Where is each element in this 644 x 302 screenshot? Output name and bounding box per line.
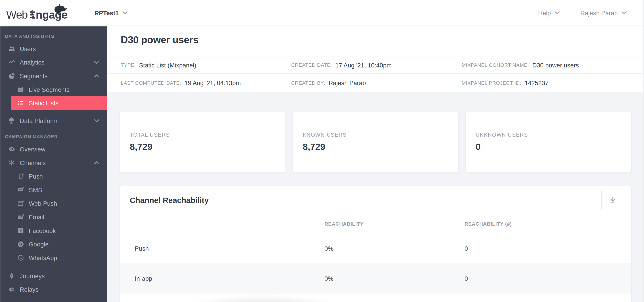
sidebar: DATA AND INSIGHTS Users Analytics Segmen… <box>0 26 107 302</box>
whatsapp-icon <box>17 254 24 261</box>
section-heading-data-insights: DATA AND INSIGHTS <box>5 34 107 39</box>
logo-bird-icon <box>52 3 68 15</box>
email-envelope-icon <box>17 214 24 220</box>
divider <box>601 190 602 210</box>
meta-mixpanel-project-id: MIXPANEL PROJECT ID: 1425237 <box>462 74 548 92</box>
navbar-right: Help Rajesh Parab <box>538 0 627 26</box>
sidebar-item-web-push[interactable]: Web Push <box>0 197 107 210</box>
table-row-push: Push 0% 0 <box>120 233 631 263</box>
mobile-push-icon <box>17 173 24 180</box>
column-header-reachability: REACHABILITY <box>324 214 364 233</box>
user-name: Rajesh Parab <box>580 9 618 16</box>
panel-header: Channel Reachability <box>120 186 631 214</box>
stat-card-unknown-users: UNKNOWN USERS 0 <box>466 112 631 173</box>
meta-mixpanel-cohort: MIXPANEL COHORT NAME: D30 power users <box>462 56 579 74</box>
help-menu[interactable]: Help <box>538 9 560 16</box>
sidebar-item-sms[interactable]: SMS <box>0 183 107 197</box>
data-platform-icon <box>8 117 15 124</box>
sidebar-item-journeys[interactable]: Journeys <box>0 269 107 283</box>
sidebar-item-google[interactable]: G Google <box>0 237 107 251</box>
table-row-in-app: In-app 0% 0 <box>120 263 631 293</box>
sms-bubble-icon <box>17 186 24 193</box>
channel-reachability-panel: Channel Reachability REACHABILITY REACHA… <box>120 186 631 302</box>
sidebar-item-facebook[interactable]: f Facebook <box>0 224 107 237</box>
chevron-down-icon <box>554 11 560 15</box>
panel-title: Channel Reachability <box>130 196 209 205</box>
content-area: TOTAL USERS 8,729 KNOWN USERS 8,729 UNKN… <box>107 92 644 302</box>
section-heading-campaign-manager: CAMPAIGN MANAGER <box>5 134 107 139</box>
webengage-app: Web ngage RPTest1 Help Rajesh Parab <box>0 0 644 302</box>
google-icon: G <box>17 241 24 248</box>
page-title: D30 power users <box>121 34 198 46</box>
project-name: RPTest1 <box>94 9 118 16</box>
sidebar-item-email[interactable]: Email <box>0 210 107 224</box>
static-lists-icon <box>17 99 24 106</box>
webengage-logo[interactable]: Web ngage <box>6 4 68 23</box>
meta-type: TYPE: Static List (Mixpanel) <box>121 56 196 74</box>
sidebar-item-analytics[interactable]: Analytics <box>0 56 107 69</box>
meta-row-2: LAST COMPUTED DATE: 19 Aug '21, 04:13pm … <box>107 73 644 92</box>
sidebar-item-users[interactable]: Users <box>0 42 107 56</box>
meta-last-computed: LAST COMPUTED DATE: 19 Aug '21, 04:13pm <box>121 74 241 92</box>
svg-text:f: f <box>20 229 22 233</box>
chevron-down-icon <box>94 119 100 123</box>
megaphone-icon <box>8 286 15 293</box>
live-segments-icon <box>17 86 24 93</box>
chevron-up-icon <box>94 161 100 165</box>
rocket-icon <box>8 272 15 279</box>
analytics-icon <box>8 59 15 66</box>
logo-text-web: Web <box>6 7 28 23</box>
help-label: Help <box>538 9 551 16</box>
list-header-band: D30 power users TYPE: Static List (Mixpa… <box>107 26 644 92</box>
sidebar-item-push[interactable]: Push <box>0 170 107 183</box>
sidebar-item-static-lists[interactable]: Static Lists <box>11 96 107 110</box>
users-icon <box>8 45 15 52</box>
download-button[interactable] <box>606 193 620 207</box>
sidebar-item-overview[interactable]: Overview <box>0 142 107 156</box>
sidebar-item-live-segments[interactable]: Live Segments <box>0 83 107 96</box>
download-icon <box>609 196 617 204</box>
segments-icon <box>8 72 15 79</box>
stat-cards: TOTAL USERS 8,729 KNOWN USERS 8,729 UNKN… <box>120 112 631 173</box>
project-selector[interactable]: RPTest1 <box>94 0 128 26</box>
stat-card-known-users: KNOWN USERS 8,729 <box>293 112 458 173</box>
chevron-down-icon <box>122 11 128 15</box>
sidebar-item-relays[interactable]: Relays <box>0 283 107 296</box>
sidebar-item-segments[interactable]: Segments <box>0 69 107 83</box>
column-header-reachability-count: REACHABILITY (#) <box>464 214 512 233</box>
chevron-down-icon <box>622 11 627 15</box>
facebook-icon: f <box>17 227 24 234</box>
channels-hub-icon <box>8 159 15 166</box>
top-navbar: Web ngage RPTest1 Help Rajesh Parab <box>0 0 644 27</box>
svg-text:G: G <box>19 242 22 246</box>
logo-e-arrows-icon <box>29 10 35 20</box>
meta-created-by: CREATED BY: Rajesh Parab <box>291 74 366 92</box>
sidebar-item-whatsapp[interactable]: WhatsApp <box>0 251 107 265</box>
user-menu[interactable]: Rajesh Parab <box>580 9 627 16</box>
stat-card-total-users: TOTAL USERS 8,729 <box>120 112 285 173</box>
meta-created-date: CREATED DATE: 17 Aug '21, 10:40pm <box>291 56 392 74</box>
main-content: D30 power users TYPE: Static List (Mixpa… <box>107 26 644 302</box>
table-header-row: REACHABILITY REACHABILITY (#) <box>120 214 631 233</box>
eye-icon <box>8 146 15 153</box>
chevron-up-icon <box>94 74 100 78</box>
sidebar-item-channels[interactable]: Channels <box>0 156 107 170</box>
page-scrollbar[interactable] <box>643 0 644 302</box>
chevron-down-icon <box>94 61 100 64</box>
meta-row-1: TYPE: Static List (Mixpanel) CREATED DAT… <box>107 56 644 74</box>
table-row-partial <box>120 293 631 302</box>
web-push-icon <box>17 200 24 207</box>
sidebar-item-data-platform[interactable]: Data Platform <box>0 114 107 128</box>
